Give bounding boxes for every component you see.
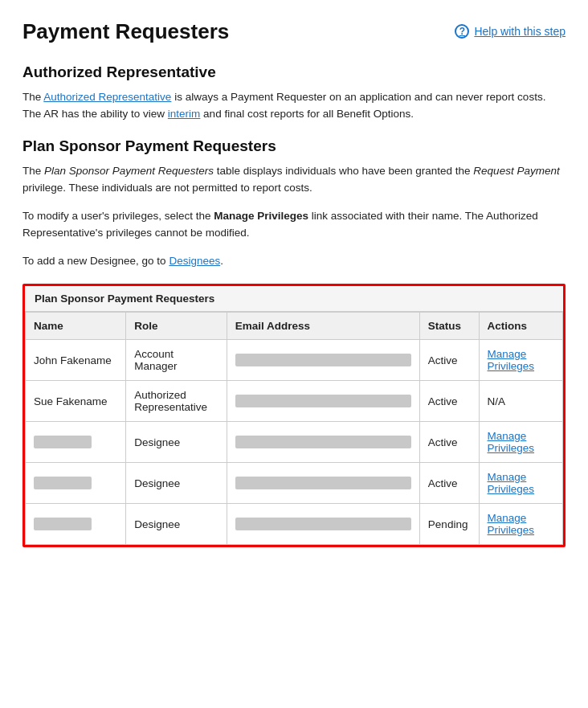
redacted-email — [235, 477, 411, 489]
help-link-label: Help with this step — [474, 25, 566, 38]
col-header-status: Status — [419, 313, 479, 340]
plan-sponsor-table-wrapper: Plan Sponsor Payment Requesters Name Rol… — [22, 284, 566, 547]
plan-sponsor-text-3: To add a new Designee, go to Designees. — [22, 253, 566, 270]
cell-email — [227, 422, 419, 463]
interim-link[interactable]: interim — [168, 108, 201, 120]
authorized-rep-inline-link[interactable]: Authorized Representative — [43, 91, 171, 103]
cell-action: Manage Privileges — [479, 340, 562, 381]
col-header-name: Name — [26, 313, 126, 340]
redacted-email — [235, 354, 411, 366]
redacted-name — [34, 436, 92, 448]
cell-status: Active — [419, 340, 479, 381]
table-body: John Fakename Account Manager Active Man… — [26, 340, 563, 545]
redacted-email — [235, 518, 411, 530]
col-header-role: Role — [126, 313, 227, 340]
na-label: N/A — [488, 395, 506, 407]
cell-role: Designee — [126, 422, 227, 463]
redacted-email — [235, 395, 411, 407]
manage-privileges-link[interactable]: Manage Privileges — [488, 348, 554, 372]
cell-role: Authorized Representative — [126, 381, 227, 422]
table-row: Designee Active Manage Privileges — [26, 463, 563, 504]
authorized-rep-title: Authorized Representative — [22, 63, 566, 81]
table-header: Name Role Email Address Status Actions — [26, 313, 563, 340]
page-header: Payment Requesters ? Help with this step — [22, 19, 566, 44]
cell-action: N/A — [479, 381, 562, 422]
page-title: Payment Requesters — [22, 19, 229, 44]
cell-name — [26, 463, 126, 504]
cell-email — [227, 340, 419, 381]
col-header-email: Email Address — [227, 313, 419, 340]
cell-name: John Fakename — [26, 340, 126, 381]
cell-role: Designee — [126, 463, 227, 504]
plan-sponsor-text-2: To modify a user's privileges, select th… — [22, 208, 566, 242]
cell-role: Designee — [126, 504, 227, 545]
cell-email — [227, 504, 419, 545]
help-link[interactable]: ? Help with this step — [455, 24, 566, 39]
cell-name — [26, 504, 126, 545]
cell-status: Active — [419, 463, 479, 504]
cell-status: Active — [419, 381, 479, 422]
redacted-email — [235, 436, 411, 448]
manage-privileges-link[interactable]: Manage Privileges — [488, 471, 554, 495]
table-row: Designee Pending Manage Privileges — [26, 504, 563, 545]
plan-sponsor-text-1: The Plan Sponsor Payment Requesters tabl… — [22, 163, 566, 197]
designees-link[interactable]: Designees — [169, 255, 220, 267]
cell-name: Sue Fakename — [26, 381, 126, 422]
table-row: John Fakename Account Manager Active Man… — [26, 340, 563, 381]
redacted-name — [34, 477, 92, 489]
cell-action: Manage Privileges — [479, 463, 562, 504]
table-title: Plan Sponsor Payment Requesters — [25, 286, 563, 312]
requesters-table: Name Role Email Address Status Actions J… — [25, 312, 563, 545]
cell-name — [26, 422, 126, 463]
authorized-rep-text: The Authorized Representative is always … — [22, 89, 566, 123]
manage-privileges-link[interactable]: Manage Privileges — [488, 430, 554, 454]
redacted-name — [34, 518, 92, 530]
cell-status: Pending — [419, 504, 479, 545]
cell-role: Account Manager — [126, 340, 227, 381]
cell-email — [227, 463, 419, 504]
table-row: Designee Active Manage Privileges — [26, 422, 563, 463]
manage-privileges-link[interactable]: Manage Privileges — [488, 512, 554, 536]
plan-sponsor-title: Plan Sponsor Payment Requesters — [22, 137, 566, 155]
cell-email — [227, 381, 419, 422]
cell-action: Manage Privileges — [479, 422, 562, 463]
col-header-actions: Actions — [479, 313, 562, 340]
help-icon: ? — [455, 24, 469, 39]
table-row: Sue Fakename Authorized Representative A… — [26, 381, 563, 422]
cell-status: Active — [419, 422, 479, 463]
authorized-rep-section: Authorized Representative The Authorized… — [22, 63, 566, 123]
plan-sponsor-section: Plan Sponsor Payment Requesters The Plan… — [22, 137, 566, 270]
cell-action: Manage Privileges — [479, 504, 562, 545]
